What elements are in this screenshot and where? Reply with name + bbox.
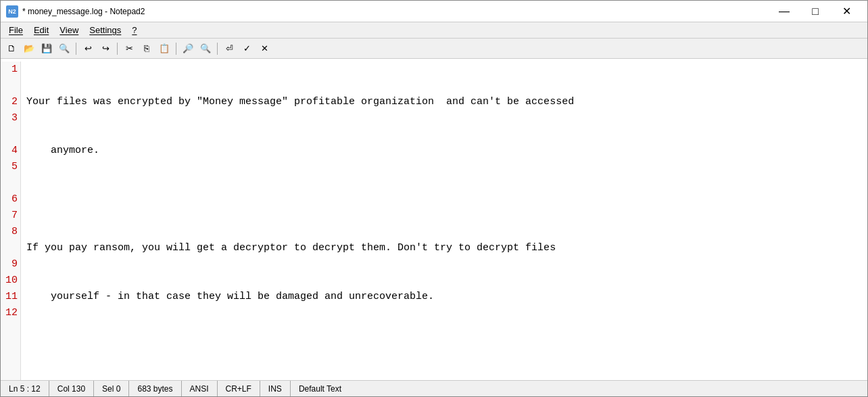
- line-numbers: 1 2 3 4 5 6 7 8 9 10 11 12: [1, 62, 21, 380]
- status-line-ending: CR+LF: [218, 381, 260, 396]
- line-4: [26, 337, 862, 354]
- editor-area[interactable]: 1 2 3 4 5 6 7 8 9 10 11 12 Your files wa…: [1, 59, 867, 380]
- app-icon: N2: [6, 5, 18, 18]
- toolbar-x[interactable]: ✕: [256, 41, 272, 56]
- status-bar: Ln 5 : 12 Col 130 Sel 0 683 bytes ANSI C…: [1, 380, 867, 396]
- line-2: [26, 191, 862, 208]
- window-controls: — □ ✕: [769, 1, 862, 22]
- toolbar-wrap[interactable]: ⏎: [221, 41, 237, 56]
- toolbar-open[interactable]: 📂: [21, 41, 37, 56]
- menu-settings[interactable]: Settings: [84, 24, 126, 37]
- maximize-button[interactable]: □: [800, 1, 831, 22]
- toolbar-sep-2: [117, 43, 118, 55]
- line-1-cont: anymore.: [26, 143, 862, 159]
- toolbar-check[interactable]: ✓: [239, 41, 255, 56]
- toolbar-new[interactable]: 🗋: [3, 41, 20, 56]
- toolbar-find[interactable]: 🔍: [56, 41, 72, 56]
- main-window: N2 * money_message.log - Notepad2 — □ ✕ …: [0, 0, 868, 397]
- toolbar-cut[interactable]: ✂: [121, 41, 137, 56]
- status-sel: Sel 0: [94, 381, 129, 396]
- toolbar-redo[interactable]: ↪: [97, 41, 114, 56]
- window-title: * money_message.log - Notepad2: [22, 7, 769, 16]
- line-3-cont: yourself - in that case they will be dam…: [26, 289, 862, 305]
- code-content[interactable]: Your files was encrypted by "Money messa…: [21, 62, 867, 380]
- menu-view[interactable]: View: [54, 24, 84, 37]
- toolbar-zoomout[interactable]: 🔍: [197, 41, 214, 56]
- status-position: Ln 5 : 12: [6, 381, 49, 396]
- line-3: If you pay ransom, you will get a decryp…: [26, 240, 862, 256]
- line-1: Your files was encrypted by "Money messa…: [26, 94, 862, 110]
- toolbar-sep-4: [217, 43, 218, 55]
- title-bar: N2 * money_message.log - Notepad2 — □ ✕: [1, 1, 867, 22]
- menu-help[interactable]: ?: [126, 24, 142, 37]
- status-mode: INS: [260, 381, 291, 396]
- toolbar-save[interactable]: 💾: [39, 41, 55, 56]
- toolbar-paste[interactable]: 📋: [156, 41, 172, 56]
- toolbar-copy[interactable]: ⎘: [139, 41, 155, 56]
- minimize-button[interactable]: —: [769, 1, 800, 22]
- menu-bar: File Edit View Settings ?: [1, 22, 867, 39]
- menu-file[interactable]: File: [3, 24, 28, 37]
- toolbar: 🗋 📂 💾 🔍 ↩ ↪ ✂ ⎘ 📋 🔎 🔍 ⏎ ✓ ✕: [1, 39, 867, 59]
- status-size: 683 bytes: [129, 381, 181, 396]
- toolbar-sep-1: [76, 43, 76, 55]
- toolbar-undo[interactable]: ↩: [80, 41, 96, 56]
- menu-edit[interactable]: Edit: [28, 24, 54, 37]
- toolbar-sep-3: [176, 43, 176, 55]
- editor-content: 1 2 3 4 5 6 7 8 9 10 11 12 Your files wa…: [1, 59, 867, 380]
- close-button[interactable]: ✕: [831, 1, 862, 22]
- status-col: Col 130: [49, 381, 94, 396]
- status-scheme: Default Text: [291, 381, 349, 396]
- status-encoding: ANSI: [182, 381, 218, 396]
- toolbar-zoomin[interactable]: 🔎: [180, 41, 196, 56]
